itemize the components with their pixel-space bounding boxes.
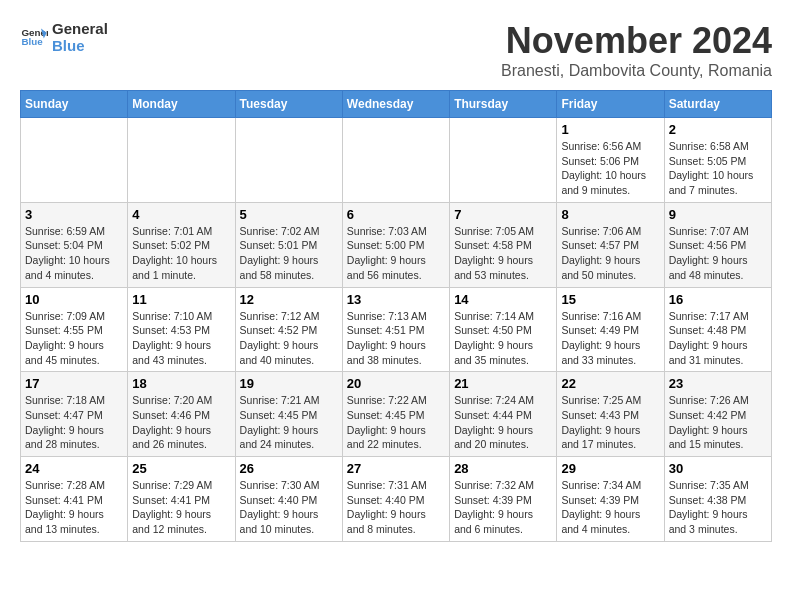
day-number: 29	[561, 461, 659, 476]
weekday-header-monday: Monday	[128, 91, 235, 118]
day-cell: 18Sunrise: 7:20 AM Sunset: 4:46 PM Dayli…	[128, 372, 235, 457]
week-row-3: 10Sunrise: 7:09 AM Sunset: 4:55 PM Dayli…	[21, 287, 772, 372]
day-cell: 2Sunrise: 6:58 AM Sunset: 5:05 PM Daylig…	[664, 118, 771, 203]
logo-blue: Blue	[52, 37, 108, 54]
day-info: Sunrise: 7:26 AM Sunset: 4:42 PM Dayligh…	[669, 393, 767, 452]
day-info: Sunrise: 7:14 AM Sunset: 4:50 PM Dayligh…	[454, 309, 552, 368]
day-cell: 26Sunrise: 7:30 AM Sunset: 4:40 PM Dayli…	[235, 457, 342, 542]
day-cell: 14Sunrise: 7:14 AM Sunset: 4:50 PM Dayli…	[450, 287, 557, 372]
day-info: Sunrise: 7:13 AM Sunset: 4:51 PM Dayligh…	[347, 309, 445, 368]
day-info: Sunrise: 7:03 AM Sunset: 5:00 PM Dayligh…	[347, 224, 445, 283]
day-cell: 7Sunrise: 7:05 AM Sunset: 4:58 PM Daylig…	[450, 202, 557, 287]
day-number: 25	[132, 461, 230, 476]
day-number: 17	[25, 376, 123, 391]
day-number: 15	[561, 292, 659, 307]
week-row-4: 17Sunrise: 7:18 AM Sunset: 4:47 PM Dayli…	[21, 372, 772, 457]
day-cell: 25Sunrise: 7:29 AM Sunset: 4:41 PM Dayli…	[128, 457, 235, 542]
weekday-header-tuesday: Tuesday	[235, 91, 342, 118]
calendar-table: SundayMondayTuesdayWednesdayThursdayFrid…	[20, 90, 772, 542]
day-number: 28	[454, 461, 552, 476]
weekday-header-friday: Friday	[557, 91, 664, 118]
day-number: 23	[669, 376, 767, 391]
day-number: 2	[669, 122, 767, 137]
day-number: 13	[347, 292, 445, 307]
day-info: Sunrise: 7:17 AM Sunset: 4:48 PM Dayligh…	[669, 309, 767, 368]
day-info: Sunrise: 7:12 AM Sunset: 4:52 PM Dayligh…	[240, 309, 338, 368]
day-info: Sunrise: 7:16 AM Sunset: 4:49 PM Dayligh…	[561, 309, 659, 368]
day-number: 9	[669, 207, 767, 222]
day-cell: 19Sunrise: 7:21 AM Sunset: 4:45 PM Dayli…	[235, 372, 342, 457]
day-cell: 10Sunrise: 7:09 AM Sunset: 4:55 PM Dayli…	[21, 287, 128, 372]
svg-text:Blue: Blue	[21, 36, 43, 47]
day-cell: 6Sunrise: 7:03 AM Sunset: 5:00 PM Daylig…	[342, 202, 449, 287]
day-number: 21	[454, 376, 552, 391]
day-cell: 17Sunrise: 7:18 AM Sunset: 4:47 PM Dayli…	[21, 372, 128, 457]
day-cell: 28Sunrise: 7:32 AM Sunset: 4:39 PM Dayli…	[450, 457, 557, 542]
day-info: Sunrise: 7:18 AM Sunset: 4:47 PM Dayligh…	[25, 393, 123, 452]
day-info: Sunrise: 7:20 AM Sunset: 4:46 PM Dayligh…	[132, 393, 230, 452]
day-cell	[235, 118, 342, 203]
day-info: Sunrise: 6:56 AM Sunset: 5:06 PM Dayligh…	[561, 139, 659, 198]
week-row-5: 24Sunrise: 7:28 AM Sunset: 4:41 PM Dayli…	[21, 457, 772, 542]
day-cell: 8Sunrise: 7:06 AM Sunset: 4:57 PM Daylig…	[557, 202, 664, 287]
day-cell: 9Sunrise: 7:07 AM Sunset: 4:56 PM Daylig…	[664, 202, 771, 287]
title-block: November 2024 Branesti, Dambovita County…	[501, 20, 772, 80]
day-info: Sunrise: 7:10 AM Sunset: 4:53 PM Dayligh…	[132, 309, 230, 368]
logo-icon: General Blue	[20, 23, 48, 51]
day-number: 6	[347, 207, 445, 222]
location-subtitle: Branesti, Dambovita County, Romania	[501, 62, 772, 80]
weekday-header-sunday: Sunday	[21, 91, 128, 118]
day-info: Sunrise: 7:06 AM Sunset: 4:57 PM Dayligh…	[561, 224, 659, 283]
calendar-header: SundayMondayTuesdayWednesdayThursdayFrid…	[21, 91, 772, 118]
day-info: Sunrise: 7:31 AM Sunset: 4:40 PM Dayligh…	[347, 478, 445, 537]
weekday-header-saturday: Saturday	[664, 91, 771, 118]
day-cell: 27Sunrise: 7:31 AM Sunset: 4:40 PM Dayli…	[342, 457, 449, 542]
day-number: 20	[347, 376, 445, 391]
day-info: Sunrise: 7:01 AM Sunset: 5:02 PM Dayligh…	[132, 224, 230, 283]
logo: General Blue General Blue	[20, 20, 108, 54]
day-cell	[128, 118, 235, 203]
day-number: 22	[561, 376, 659, 391]
day-cell: 23Sunrise: 7:26 AM Sunset: 4:42 PM Dayli…	[664, 372, 771, 457]
day-info: Sunrise: 7:25 AM Sunset: 4:43 PM Dayligh…	[561, 393, 659, 452]
day-info: Sunrise: 7:29 AM Sunset: 4:41 PM Dayligh…	[132, 478, 230, 537]
day-cell: 20Sunrise: 7:22 AM Sunset: 4:45 PM Dayli…	[342, 372, 449, 457]
day-info: Sunrise: 7:09 AM Sunset: 4:55 PM Dayligh…	[25, 309, 123, 368]
week-row-1: 1Sunrise: 6:56 AM Sunset: 5:06 PM Daylig…	[21, 118, 772, 203]
day-cell: 1Sunrise: 6:56 AM Sunset: 5:06 PM Daylig…	[557, 118, 664, 203]
day-number: 18	[132, 376, 230, 391]
day-number: 11	[132, 292, 230, 307]
day-number: 7	[454, 207, 552, 222]
day-number: 14	[454, 292, 552, 307]
day-number: 26	[240, 461, 338, 476]
day-number: 1	[561, 122, 659, 137]
day-number: 19	[240, 376, 338, 391]
day-info: Sunrise: 7:34 AM Sunset: 4:39 PM Dayligh…	[561, 478, 659, 537]
weekday-row: SundayMondayTuesdayWednesdayThursdayFrid…	[21, 91, 772, 118]
calendar-body: 1Sunrise: 6:56 AM Sunset: 5:06 PM Daylig…	[21, 118, 772, 542]
day-cell: 3Sunrise: 6:59 AM Sunset: 5:04 PM Daylig…	[21, 202, 128, 287]
day-number: 3	[25, 207, 123, 222]
weekday-header-thursday: Thursday	[450, 91, 557, 118]
day-info: Sunrise: 7:02 AM Sunset: 5:01 PM Dayligh…	[240, 224, 338, 283]
day-info: Sunrise: 6:58 AM Sunset: 5:05 PM Dayligh…	[669, 139, 767, 198]
day-number: 24	[25, 461, 123, 476]
day-cell: 21Sunrise: 7:24 AM Sunset: 4:44 PM Dayli…	[450, 372, 557, 457]
day-cell: 24Sunrise: 7:28 AM Sunset: 4:41 PM Dayli…	[21, 457, 128, 542]
day-number: 30	[669, 461, 767, 476]
day-cell: 13Sunrise: 7:13 AM Sunset: 4:51 PM Dayli…	[342, 287, 449, 372]
day-info: Sunrise: 7:32 AM Sunset: 4:39 PM Dayligh…	[454, 478, 552, 537]
day-cell: 11Sunrise: 7:10 AM Sunset: 4:53 PM Dayli…	[128, 287, 235, 372]
day-cell: 30Sunrise: 7:35 AM Sunset: 4:38 PM Dayli…	[664, 457, 771, 542]
logo-general: General	[52, 20, 108, 37]
day-number: 5	[240, 207, 338, 222]
day-cell	[21, 118, 128, 203]
month-title: November 2024	[501, 20, 772, 62]
day-number: 12	[240, 292, 338, 307]
page-header: General Blue General Blue November 2024 …	[20, 20, 772, 80]
day-info: Sunrise: 7:35 AM Sunset: 4:38 PM Dayligh…	[669, 478, 767, 537]
day-info: Sunrise: 7:30 AM Sunset: 4:40 PM Dayligh…	[240, 478, 338, 537]
day-cell: 15Sunrise: 7:16 AM Sunset: 4:49 PM Dayli…	[557, 287, 664, 372]
day-info: Sunrise: 7:21 AM Sunset: 4:45 PM Dayligh…	[240, 393, 338, 452]
day-number: 4	[132, 207, 230, 222]
